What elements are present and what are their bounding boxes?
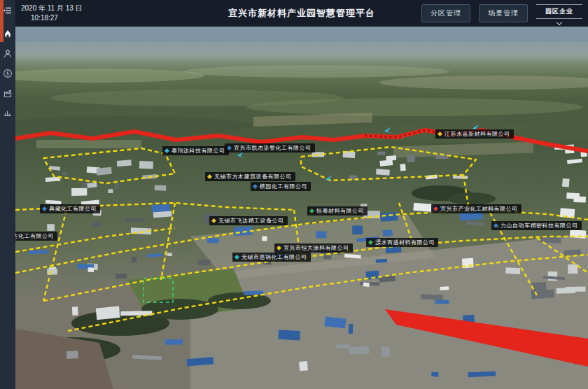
company-label[interactable]: 宜兴市凯杰染整化工有限公司: [225, 143, 315, 153]
company-marker-icon: [164, 148, 169, 153]
building: [72, 306, 78, 316]
company-label-text: 无锡市飞达精工设备公司: [218, 217, 284, 225]
building: [383, 229, 393, 236]
building: [382, 346, 390, 357]
building: [562, 178, 570, 187]
building: [431, 372, 439, 376]
building: [568, 264, 578, 274]
building: [28, 250, 48, 255]
factory-icon: [3, 88, 13, 98]
company-marker-icon: [211, 218, 216, 223]
building: [538, 236, 561, 243]
building: [126, 218, 145, 222]
company-marker-icon: [234, 255, 239, 260]
company-marker-icon: [253, 184, 258, 189]
company-label-text: 宜兴市凯杰染整化工有限公司: [234, 144, 312, 152]
header-time: 10:18:27: [31, 13, 83, 23]
building: [108, 189, 113, 193]
building: [47, 269, 57, 275]
menu-icon: [3, 6, 13, 15]
zone-manage-button[interactable]: 分区管理: [421, 4, 470, 22]
building: [336, 344, 351, 348]
sidebar-item-person[interactable]: [0, 45, 15, 63]
company-label[interactable]: 典藏化工有限公司: [40, 204, 100, 213]
building: [380, 212, 398, 222]
company-label[interactable]: 宜兴市产业化工材料有限公司: [431, 204, 522, 213]
building: [323, 255, 332, 259]
company-label-text: 横园化工有限公司: [260, 183, 307, 190]
building: [376, 169, 390, 175]
building: [115, 274, 127, 278]
page-title: 宜兴市新材料产业园智慧管理平台: [228, 7, 375, 20]
building: [234, 227, 252, 236]
building: [363, 282, 369, 286]
building: [165, 339, 183, 345]
company-label[interactable]: 宜兴市恒大涂料有限公司: [274, 243, 353, 253]
company-label[interactable]: 恒泰材料有限公司: [307, 206, 368, 215]
building: [440, 286, 449, 290]
main-panel: 2020 年 11 月 13 日 10:18:27 宜兴市新材料产业园智慧管理平…: [15, 0, 588, 389]
building: [379, 160, 393, 167]
company-label-text: 溧水百盛材料有限公司: [375, 239, 435, 246]
plane-icon[interactable]: [237, 152, 246, 160]
company-label[interactable]: 昌达化工有限公司: [15, 232, 57, 241]
power-icon: [3, 69, 13, 78]
building: [316, 231, 326, 238]
app-root: 2020 年 11 月 13 日 10:18:27 宜兴市新材料产业园智慧管理平…: [0, 0, 588, 389]
company-label-text: 宜兴市恒大涂料有限公司: [284, 244, 349, 252]
yellow-road: [43, 210, 66, 301]
building: [556, 288, 575, 294]
scene-manage-button[interactable]: 场景管理: [479, 4, 528, 22]
dropdown-label: 园区企业: [536, 7, 582, 16]
sidebar-item-factory[interactable]: [0, 84, 15, 102]
company-marker-icon: [207, 174, 212, 179]
building: [66, 351, 78, 359]
company-label-text: 无锡市方木建筑设备有限公司: [214, 173, 292, 181]
company-label[interactable]: 溧水百盛材料有限公司: [366, 238, 438, 247]
building: [198, 260, 211, 265]
company-label[interactable]: 泰翔达科技有限公司: [162, 146, 229, 155]
company-label[interactable]: 江苏永嘉新材料有限公司: [435, 129, 514, 139]
company-label-text: 力山自动车精密科技有限公司: [500, 222, 578, 229]
header: 2020 年 11 月 13 日 10:18:27 宜兴市新材料产业园智慧管理平…: [15, 0, 588, 27]
company-marker-icon: [42, 206, 47, 211]
building: [505, 267, 520, 274]
park-enterprise-dropdown[interactable]: 园区企业: [536, 4, 582, 24]
company-label[interactable]: 无锡市恩福化工有限公司: [232, 253, 311, 262]
building: [71, 188, 87, 196]
building: [299, 361, 308, 371]
sidebar-item-power[interactable]: [0, 64, 15, 83]
building: [167, 253, 172, 256]
building: [400, 164, 405, 171]
company-label[interactable]: 无锡市方木建筑设备有限公司: [205, 172, 295, 181]
building: [97, 167, 112, 176]
building: [278, 330, 300, 340]
building: [87, 183, 97, 188]
building: [117, 160, 132, 167]
map-3d-view[interactable]: 泰翔达科技有限公司宜兴市凯杰染整化工有限公司江苏永嘉新材料有限公司无锡市方木建筑…: [15, 27, 588, 389]
building: [407, 155, 415, 162]
building: [207, 238, 219, 243]
company-label[interactable]: 力山自动车精密科技有限公司: [491, 221, 582, 230]
building: [567, 159, 582, 164]
company-marker-icon: [309, 208, 314, 213]
building: [386, 155, 396, 161]
company-label[interactable]: 横园化工有限公司: [251, 182, 311, 191]
company-label-text: 典藏化工有限公司: [49, 205, 97, 213]
building: [155, 185, 167, 190]
company-label-text: 昌达化工有限公司: [15, 232, 54, 240]
sidebar: [0, 0, 15, 389]
company-label-text: 江苏永嘉新材料有限公司: [444, 130, 510, 138]
company-label[interactable]: 无锡市飞达精工设备公司: [209, 216, 288, 225]
company-label-text: 无锡市恩福化工有限公司: [241, 253, 307, 261]
company-marker-icon: [438, 132, 442, 136]
building: [466, 221, 484, 226]
building: [435, 299, 449, 304]
header-date: 2020 年 11 月 13 日: [21, 3, 83, 13]
building: [349, 324, 354, 334]
building: [376, 259, 387, 263]
building: [115, 183, 120, 189]
building: [88, 267, 94, 272]
sidebar-item-stats[interactable]: [0, 104, 15, 122]
flame-icon: [3, 29, 13, 39]
